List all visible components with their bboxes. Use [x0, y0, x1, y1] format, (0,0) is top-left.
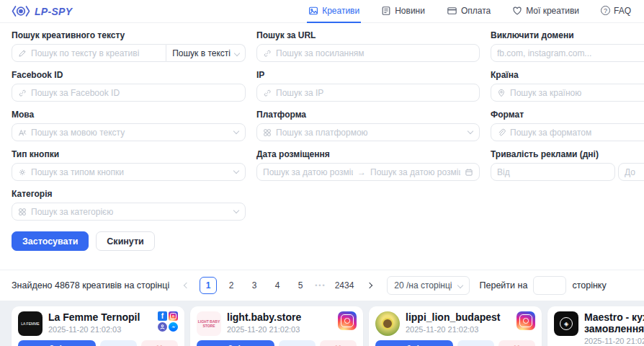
goto-page-input[interactable] — [533, 276, 566, 295]
nav-label: Мої креативи — [526, 6, 579, 16]
brand-logo[interactable]: LP-SPY — [12, 5, 72, 17]
views-button[interactable] — [100, 340, 137, 346]
heart-icon: ♡ — [334, 344, 343, 346]
duration-from-input[interactable] — [497, 167, 609, 177]
facebook-icon[interactable]: f — [158, 311, 167, 321]
chevron-down-icon — [233, 168, 239, 174]
platform-select[interactable] — [256, 123, 480, 141]
platform-input[interactable] — [276, 128, 464, 138]
like-button[interactable]: ♡ — [320, 340, 357, 346]
creative-text-input[interactable] — [31, 48, 160, 58]
card-title[interactable]: light.baby.store — [227, 311, 332, 323]
format-select[interactable] — [491, 123, 644, 141]
card-title[interactable]: lippi_lion_budapest — [406, 311, 511, 323]
duration-to-field[interactable] — [618, 163, 644, 181]
like-button[interactable]: ♡ — [141, 340, 178, 346]
ip-input[interactable] — [276, 88, 473, 98]
ip-field[interactable] — [256, 84, 480, 102]
messenger-icon[interactable] — [169, 322, 178, 332]
creative-text-field[interactable] — [12, 44, 166, 62]
button-type-input[interactable] — [31, 167, 230, 177]
duration-from-field[interactable] — [491, 163, 615, 181]
creative-card[interactable]: LIGHT BABY STORE light.baby.store 2025-1… — [190, 306, 363, 346]
url-input[interactable] — [276, 48, 473, 58]
nav-payment[interactable]: Оплата — [445, 0, 492, 23]
page-button[interactable]: 4 — [269, 277, 286, 294]
top-header: LP-SPY Креативи Новини Оплата Мої креати… — [0, 0, 644, 23]
instagram-icon[interactable] — [516, 311, 535, 330]
button-type-label: Тип кнопки — [12, 149, 246, 159]
duration-to-input[interactable] — [625, 167, 644, 177]
language-input[interactable] — [31, 128, 230, 138]
views-button[interactable] — [457, 340, 494, 346]
creative-card[interactable]: LA FEMME La Femme Ternopil 2025-11-20 21… — [12, 306, 184, 346]
exclude-domains-input[interactable] — [497, 48, 644, 58]
country-field[interactable] — [491, 84, 644, 102]
like-button[interactable]: ♡ — [498, 340, 535, 346]
gear-icon — [18, 168, 27, 177]
chevron-down-icon — [457, 283, 462, 288]
page-button[interactable]: 2 — [223, 277, 240, 294]
days-active-button[interactable]: 3 days — [18, 340, 96, 346]
prev-page-button[interactable] — [179, 277, 194, 294]
nav-label: Новини — [395, 6, 425, 16]
language-label: Мова — [12, 110, 246, 120]
days-active-button[interactable]: 0 days — [375, 340, 453, 346]
page-button-last[interactable]: 2434 — [332, 277, 357, 294]
date-from-input[interactable] — [263, 167, 353, 177]
nav-faq[interactable]: ? FAQ — [599, 0, 632, 23]
chevron-down-icon — [234, 50, 240, 56]
heart-icon: ♡ — [156, 344, 164, 346]
date-to-input[interactable] — [370, 167, 460, 177]
goto-suffix: сторінку — [572, 280, 606, 290]
page-size-select[interactable]: 20 /на сторінці — [387, 276, 469, 295]
next-page-button[interactable] — [362, 277, 377, 294]
text-search-mode-select[interactable]: Пошук в тексті — [166, 44, 246, 62]
instagram-icon[interactable] — [169, 311, 178, 321]
format-label: Формат — [491, 110, 644, 120]
card-title[interactable]: La Femme Ternopil — [48, 311, 152, 323]
button-type-select[interactable] — [12, 163, 246, 181]
format-input[interactable] — [510, 128, 644, 138]
chevron-down-icon — [233, 128, 239, 134]
views-button[interactable] — [279, 340, 316, 346]
facebook-id-field[interactable] — [12, 84, 246, 102]
audience-network-icon[interactable] — [158, 322, 167, 332]
page-button[interactable]: 5 — [292, 277, 309, 294]
days-active-button[interactable]: 3 days — [197, 340, 274, 346]
reset-button[interactable]: Скинути — [96, 231, 154, 251]
category-label: Категорія — [12, 189, 246, 199]
creative-card[interactable]: ◈ Maestro - кухні, меблі на замовлення в… — [547, 306, 644, 346]
image-icon — [308, 6, 318, 16]
nav-creatives[interactable]: Креативи — [307, 0, 361, 23]
placement-date-range[interactable]: → — [256, 163, 480, 181]
card-date: 2025-11-20 21:02:03 — [48, 325, 152, 334]
nav-news[interactable]: Новини — [380, 0, 426, 23]
heart-icon — [512, 6, 522, 16]
duration-label: Тривалість реклами (дні) — [491, 149, 644, 159]
facebook-id-label: Facebook ID — [12, 70, 246, 80]
apply-button[interactable]: Застосувати — [12, 231, 89, 251]
nav-my-creatives[interactable]: Мої креативи — [511, 0, 581, 23]
translate-icon — [18, 128, 27, 137]
creative-text-label: Пошук креативного тексту — [12, 30, 246, 40]
location-pin-icon — [497, 89, 506, 97]
creative-card[interactable]: lippi_lion_budapest 2025-11-20 21:02:03 … — [369, 306, 542, 346]
page-button[interactable]: 1 — [200, 277, 217, 294]
arrow-right-icon: → — [357, 167, 366, 177]
country-label: Країна — [491, 70, 644, 80]
category-select[interactable] — [12, 203, 246, 221]
grid-icon — [263, 128, 272, 137]
language-select[interactable] — [12, 123, 246, 141]
instagram-icon[interactable] — [338, 311, 357, 330]
page-button[interactable]: 3 — [246, 277, 263, 294]
category-input[interactable] — [31, 207, 230, 217]
platform-label: Платформа — [256, 110, 480, 120]
card-title[interactable]: Maestro - кухні, меблі на замовлення в У… — [584, 311, 644, 334]
country-input[interactable] — [510, 88, 644, 98]
url-field[interactable] — [256, 44, 480, 62]
facebook-id-input[interactable] — [31, 88, 239, 98]
page-ellipsis[interactable]: ••• — [315, 282, 326, 289]
paperclip-icon — [497, 128, 506, 137]
exclude-domains-field[interactable] — [491, 44, 644, 62]
